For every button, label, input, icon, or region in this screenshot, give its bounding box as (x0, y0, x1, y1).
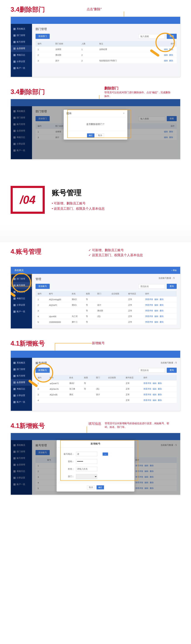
action-link[interactable]: 删除 (160, 298, 163, 300)
action-link[interactable]: 查看详情 (143, 388, 151, 390)
cell (94, 398, 106, 403)
cancel-button[interactable]: 取消 (96, 134, 104, 138)
delete-link[interactable]: 删除 (169, 54, 173, 56)
cell: 1 (79, 47, 97, 52)
action-link[interactable]: 删除 (158, 399, 162, 401)
cell: 4 (36, 314, 47, 319)
delete-link[interactable]: 删除 (169, 60, 173, 62)
cell: 正常 (126, 302, 143, 308)
cell: 1 (36, 297, 47, 302)
action-link[interactable]: 查看详情 (145, 304, 153, 306)
add-account-button[interactable]: 添加账号 (36, 284, 50, 289)
table-row: 4zijun456马三哥导(无)正常查看详情编辑删除 (36, 314, 177, 319)
action-link[interactable]: 编辑 (154, 310, 158, 312)
input-name[interactable] (76, 466, 97, 471)
dashboard-icon (14, 28, 16, 30)
add-account-modal: 新增账号 账号电话： — 密码： 姓名： (57, 440, 134, 492)
sidebar-item[interactable]: 会员管理 (11, 45, 32, 52)
edit-link[interactable]: 编辑 (164, 60, 168, 62)
action-link[interactable]: 删除 (158, 394, 162, 396)
sidebar-item[interactable]: 账号管理 (11, 372, 32, 379)
form-row-account: 账号电话： — (62, 450, 129, 458)
annotation-desc: 管理员可以在此对部门进行删除操作。点击"确定"，完成删除操作。 (104, 91, 171, 98)
cell (106, 380, 124, 386)
action-link[interactable]: 删除 (160, 310, 163, 312)
action-link[interactable]: 编辑 (153, 388, 156, 390)
confirm-button[interactable]: 确定 (87, 134, 94, 138)
input-password[interactable] (76, 459, 97, 464)
sidebar-item[interactable]: 账号管理 (11, 39, 32, 45)
action-link[interactable]: 编辑 (153, 399, 156, 401)
action-link[interactable]: 编辑 (154, 321, 158, 323)
cell: 正常 (124, 398, 141, 403)
cell: zijun456 (47, 314, 70, 319)
confirm-modal: 提示 × 是否删除该部门？ 确定 取消 (64, 110, 127, 140)
sidebar-item[interactable]: 部门管理 (11, 32, 32, 39)
chapter-divider: /04 账号管理 可新增、删除员工账号 设置员工部门、权限及个人基本信息 (0, 165, 191, 224)
verify-button[interactable]: — (103, 452, 108, 456)
toolbar: 新增账号 查询 (36, 368, 177, 373)
action-link[interactable]: 编辑 (153, 382, 156, 384)
action-link[interactable]: 查看详情 (143, 394, 151, 396)
account-table: 编号账号姓名权限部门会议权限账号状态操作 1AQZoningg00测试2导正常查… (36, 291, 177, 325)
action-link[interactable]: 查看详情 (145, 298, 153, 300)
table-row: 1ayQodeT1测试2导正常查看详情编辑删除 (36, 380, 177, 386)
sidebar-item[interactable]: 系统概况 (11, 360, 32, 366)
sidebar-item[interactable]: 分享设置 (11, 58, 32, 65)
search-input[interactable] (138, 368, 165, 372)
action-link[interactable]: 编辑 (154, 304, 158, 306)
add-dept-button[interactable]: 添加部门 (36, 34, 50, 39)
sidebar-item[interactable]: 账户一览 (11, 399, 32, 405)
action-link[interactable]: 删除 (160, 321, 163, 323)
search-input[interactable] (138, 284, 165, 289)
close-icon[interactable]: × (123, 112, 124, 115)
col-remark: 备注 (97, 41, 144, 47)
search-button[interactable]: 查询 (167, 368, 177, 373)
sidebar-item[interactable]: 考核日志 (11, 386, 32, 392)
edit-link[interactable]: 编辑 (164, 54, 168, 56)
sidebar-item[interactable]: 账户一览 (11, 65, 32, 72)
dashboard-icon (14, 362, 16, 364)
annotation: 填写信息 管理员可以对新增账号的基础信息进行设置，例如账号、密码、姓名、部门等。 (88, 422, 173, 429)
action-link[interactable]: 查看详情 (143, 399, 151, 401)
cell: AQZm05 (48, 392, 67, 398)
sidebar-item[interactable]: 考核日志 (11, 52, 32, 58)
action-link[interactable]: 查看详情 (145, 310, 153, 312)
col-header: 操作 (141, 375, 177, 380)
account-table: 编号账号姓名权限部门会议权限账号状态操作 1ayQodeT1测试2导正常查看详情… (36, 375, 177, 403)
search-button[interactable]: 查询 (167, 284, 177, 289)
cell: 正常 (126, 319, 143, 325)
magnifier-icon (34, 363, 53, 382)
sidebar-item[interactable]: 分享设置 (11, 302, 32, 308)
bullet: 设置员工部门、权限及个人基本信息 (52, 206, 180, 211)
action-link[interactable]: 删除 (160, 304, 163, 306)
action-link[interactable]: 查看详情 (145, 321, 153, 323)
magnifier-icon (12, 273, 31, 292)
cell (48, 398, 67, 403)
input-account[interactable] (76, 452, 97, 456)
sidebar-item[interactable]: 部门管理 (11, 366, 32, 372)
confirm-button[interactable]: 确定 (97, 485, 104, 490)
action-link[interactable]: 编辑 (154, 315, 158, 317)
app-screenshot: 系统概况 部门管理 账号管理 会员管理 考核日志 分享设置 账户一览 部门管理 … (11, 99, 180, 159)
action-link[interactable]: 查看详情 (145, 315, 153, 317)
cell: 导 (84, 302, 95, 308)
cell: 正常 (126, 308, 143, 314)
sidebar-item[interactable]: 账户一览 (11, 308, 32, 315)
action-link[interactable]: 删除 (160, 315, 163, 317)
cell (70, 308, 84, 314)
action-link[interactable]: 删除 (158, 388, 162, 390)
select-dept[interactable] (76, 474, 97, 479)
sidebar-item[interactable]: 分享设置 (11, 392, 32, 399)
cancel-button[interactable]: 取消 (87, 485, 95, 490)
sidebar-item[interactable]: 系统概况 (11, 26, 32, 32)
action-link[interactable]: 删除 (158, 382, 162, 384)
toolbar: 添加部门 搜索 (36, 34, 177, 39)
action-link[interactable]: 查看详情 (143, 382, 151, 384)
table-row: 3导测试部正常查看详情编辑删除 (36, 308, 177, 314)
action-link[interactable]: 编辑 (154, 298, 158, 300)
cell (94, 380, 106, 386)
action-link[interactable]: 编辑 (153, 394, 156, 396)
section-account-mgmt: 4.账号管理 可新增、删除员工账号 设置员工部门、权限及个人基本信息 系统概况 … (0, 242, 191, 334)
cell: 潘十三 (70, 319, 84, 325)
